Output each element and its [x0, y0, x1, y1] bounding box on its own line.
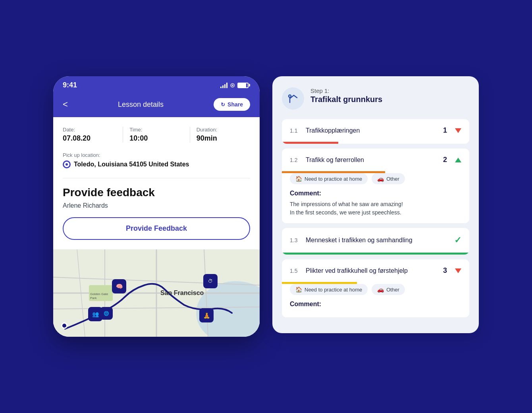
tag-label-other-1: Other [386, 176, 399, 182]
lesson-expanded-1-5: 🏠 Need to practice at home 🚗 Other Comme… [282, 284, 469, 317]
share-icon: ↻ [221, 102, 225, 108]
battery-icon [237, 83, 250, 88]
feedback-section: Provide feedback Arlene Richards Provide… [63, 186, 250, 240]
tag-label-home: Need to practice at home [305, 176, 362, 182]
duration-value: 90min [197, 134, 250, 143]
map-pin-5: 🧘 [199, 308, 214, 322]
lesson-title-1-3: Mennesket i trafikken og samhandling [306, 237, 449, 244]
tag-row-1-2: 🏠 Need to practice at home 🚗 Other [290, 173, 461, 184]
lesson-title-1-1: Trafikkopplæringen [306, 127, 438, 134]
map-svg: San Francisco Golden Gate Park [53, 249, 260, 337]
map-background: San Francisco Golden Gate Park 🧠 ⏱ 👥 🌐 🧘 [53, 249, 260, 337]
pickup-section: Pick up location: Toledo, Louisiana 5410… [63, 152, 250, 168]
course-title: Trafikalt grunnkurs [310, 95, 469, 104]
wifi-icon: ⊛ [230, 81, 235, 89]
tag-other-2: 🚗 Other [372, 284, 405, 295]
lesson-info: Date: 07.08.20 Time: 10:00 Duration: 90m… [63, 127, 250, 143]
progress-bar-1-1 [282, 142, 338, 144]
progress-bar-1-3 [282, 253, 469, 255]
home-icon-2: 🏠 [295, 286, 302, 293]
time-value: 10:00 [129, 134, 183, 143]
lesson-score-1-5: 3 [443, 266, 447, 275]
date-value: 07.08.20 [63, 134, 116, 143]
lesson-card-1-5: 1.5 Plikter ved trafikkuhell og førstehj… [282, 259, 469, 317]
duration-label: Duration: [197, 127, 250, 133]
lesson-num-1-1: 1.1 [290, 127, 301, 134]
divider-1 [63, 178, 250, 178]
time-label: Time: [129, 127, 183, 133]
svg-text:Golden Gate: Golden Gate [90, 292, 108, 296]
comment-label-1-2: Comment: [290, 190, 461, 197]
score-arrow-down-icon [455, 128, 461, 133]
duration-block: Duration: 90min [197, 127, 250, 143]
time-block: Time: 10:00 [129, 127, 190, 143]
nav-title: Lesson details [118, 100, 164, 109]
lesson-card-1-1: 1.1 Trafikkopplæringen 1 [282, 119, 469, 144]
svg-point-13 [282, 87, 304, 110]
nav-bar: < Lesson details ↻ Share [53, 93, 260, 117]
feedback-title: Provide feedback [63, 186, 250, 199]
provide-feedback-button[interactable]: Provide Feedback [63, 217, 250, 240]
comment-text-1-2: The impressions of what he saw are amazi… [290, 200, 461, 217]
tag-label-home-2: Need to practice at home [305, 287, 362, 293]
back-button[interactable]: < [63, 99, 68, 110]
check-icon: ✓ [454, 235, 461, 245]
pickup-location: Toledo, Louisiana 54105 United States [63, 160, 250, 168]
map-current-location [61, 322, 67, 329]
lesson-num-1-5: 1.5 [290, 268, 301, 274]
right-panel: Step 1: Trafikalt grunnkurs 1.1 Trafikko… [272, 76, 479, 333]
course-icon [282, 87, 304, 110]
home-icon: 🏠 [295, 176, 302, 182]
lesson-score-1-1: 1 [443, 126, 447, 135]
map-container: San Francisco Golden Gate Park 🧠 ⏱ 👥 🌐 🧘 [53, 249, 260, 337]
map-pin-2: ⏱ [203, 274, 218, 288]
left-phone: 9:41 ⊛ < Lesson details ↻ Share [53, 76, 260, 337]
lesson-num-1-2: 1.2 [290, 157, 301, 163]
tag-other-1: 🚗 Other [372, 173, 405, 184]
status-bar: 9:41 ⊛ [53, 76, 260, 93]
lesson-title-1-2: Trafikk og førerrollen [306, 156, 438, 164]
car-icon-2: 🚗 [377, 286, 384, 293]
lesson-card-1-2: 1.2 Trafikk og førerrollen 2 🏠 Need to p… [282, 149, 469, 223]
score-arrow-up-icon [455, 158, 461, 162]
comment-label-1-5: Comment: [290, 301, 461, 308]
panel-header-text: Step 1: Trafikalt grunnkurs [310, 87, 469, 104]
map-pin-4: 🌐 [100, 307, 113, 320]
tag-label-other-2: Other [386, 287, 399, 293]
score-arrow-down-icon-2 [455, 268, 461, 273]
lesson-expanded-1-2: 🏠 Need to practice at home 🚗 Other Comme… [282, 173, 469, 223]
lesson-num-1-3: 1.3 [290, 237, 301, 243]
lesson-row-1-3: 1.3 Mennesket i trafikken og samhandling… [282, 228, 469, 253]
lesson-row-1-1: 1.1 Trafikkopplæringen 1 [282, 119, 469, 142]
tag-row-1-5: 🏠 Need to practice at home 🚗 Other [290, 284, 461, 295]
svg-text:Park: Park [90, 296, 97, 300]
map-pin-1: 🧠 [112, 279, 126, 293]
status-icons: ⊛ [220, 81, 250, 89]
status-time: 9:41 [63, 81, 77, 89]
tag-practice-home-2: 🏠 Need to practice at home [290, 284, 368, 295]
lesson-row-1-2: 1.2 Trafikk og førerrollen 2 [282, 149, 469, 171]
lesson-title-1-5: Plikter ved trafikkuhell og førstehjelp [306, 267, 438, 274]
signal-icon [220, 83, 227, 88]
svg-text:San Francisco: San Francisco [160, 289, 204, 296]
share-label: Share [227, 101, 243, 108]
feedback-name: Arlene Richards [63, 202, 250, 209]
date-label: Date: [63, 127, 116, 133]
date-block: Date: 07.08.20 [63, 127, 123, 143]
lesson-row-1-5: 1.5 Plikter ved trafikkuhell og førstehj… [282, 259, 469, 282]
panel-header: Step 1: Trafikalt grunnkurs [282, 87, 469, 110]
phone-content: Date: 07.08.20 Time: 10:00 Duration: 90m… [53, 117, 260, 249]
pickup-address: Toledo, Louisiana 54105 United States [74, 161, 189, 168]
tag-practice-home: 🏠 Need to practice at home [290, 173, 368, 184]
pickup-label: Pick up location: [63, 152, 250, 158]
car-icon: 🚗 [377, 176, 384, 182]
location-icon [63, 160, 71, 168]
share-button[interactable]: ↻ Share [214, 98, 250, 111]
lesson-card-1-3: 1.3 Mennesket i trafikken og samhandling… [282, 228, 469, 255]
lesson-score-1-2: 2 [443, 156, 447, 164]
step-label: Step 1: [310, 87, 469, 94]
